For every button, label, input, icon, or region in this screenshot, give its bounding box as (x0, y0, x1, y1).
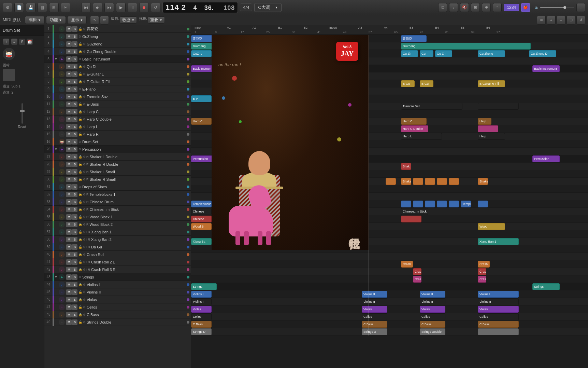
timeline-row[interactable]: Strings DStrings DStrings Double (191, 328, 588, 336)
solo-btn[interactable]: S (72, 109, 77, 114)
track-row[interactable]: 5 ▼ ▶ M S ⚙ Basic Instrument (44, 55, 191, 63)
fit-btn[interactable]: ⊡ (567, 16, 575, 25)
settings-icon[interactable]: ⚙ (83, 95, 86, 98)
timeline-row[interactable]: C.BassC.BassC.BassC.Bass (191, 321, 588, 328)
clip[interactable]: Harp C (401, 118, 427, 125)
clip[interactable]: Percussion (532, 155, 560, 162)
clip[interactable]: Strings D (362, 328, 387, 335)
waveform-btn[interactable]: ≋ (537, 16, 546, 25)
clip[interactable]: Tremolo Saz (401, 103, 462, 110)
settings-icon[interactable]: ⚙ (83, 238, 86, 241)
clip[interactable]: C.Bass (420, 321, 445, 328)
mute-btn[interactable]: M (66, 199, 72, 205)
key-display[interactable]: C大调 ▼ (254, 3, 282, 12)
solo-btn[interactable]: S (72, 169, 77, 175)
clip[interactable]: Harp L (401, 133, 442, 140)
timeline-row[interactable]: CellosCellosCellosCellos (191, 313, 588, 321)
settings-icon[interactable]: ⚙ (83, 125, 86, 128)
timeline-row[interactable] (191, 253, 588, 260)
clip[interactable] (425, 178, 435, 185)
clip[interactable]: Gu Zh (435, 50, 452, 57)
mute-btn[interactable]: M (66, 282, 72, 287)
add-track-btn[interactable]: + (3, 38, 10, 45)
apple-icon-btn[interactable]: 🍎 (521, 3, 530, 12)
s-btn[interactable]: S (19, 39, 25, 45)
new-button[interactable]: 📄 (14, 3, 24, 12)
timeline-row[interactable]: Violins IViolins IIViolins IIViolins I (191, 290, 588, 298)
mute-btn[interactable]: M (66, 184, 72, 190)
icon-btn-2[interactable]: ↓ (449, 3, 458, 12)
mute-btn[interactable]: M (66, 41, 72, 47)
clip[interactable]: Strings D (191, 328, 212, 335)
function-menu[interactable]: 功能 ▼ (46, 16, 66, 24)
solo-btn[interactable]: S (72, 259, 77, 265)
solo-btn[interactable]: S (72, 117, 77, 122)
solo-btn[interactable]: S (72, 282, 77, 287)
track-row[interactable]: 28 ♪ M S 🔒 ⚙ R Shaker R Double (44, 161, 191, 168)
track-row[interactable]: 47 ♪ M S 🔒 ⚙ Cellos (44, 303, 191, 311)
track-row[interactable]: 29 ♪ M S 🔒 ⚙ R Shaker L Small (44, 168, 191, 176)
solo-btn[interactable]: S (72, 79, 77, 84)
clip[interactable]: Templeblocks 1 (461, 201, 471, 207)
track-row[interactable]: 16 🥁 M S ⚙ Drum Set (44, 138, 191, 146)
solo-btn[interactable]: S (72, 147, 77, 152)
track-row[interactable]: 14 ♪ M S 🔒 ⚙ Harp L (44, 123, 191, 131)
mute-btn[interactable]: M (66, 207, 72, 212)
clip[interactable]: Violas (478, 306, 519, 313)
clip[interactable]: Wood B (191, 223, 212, 230)
clip[interactable]: Gu (420, 50, 433, 57)
settings-icon[interactable]: ⚙ (83, 178, 86, 181)
mute-btn[interactable]: M (66, 147, 72, 152)
solo-btn[interactable]: S (72, 244, 77, 250)
settings-button[interactable]: ⚙ (3, 3, 12, 12)
clip[interactable] (413, 201, 423, 207)
settings-icon[interactable]: ⚙ (83, 80, 86, 83)
settings-icon[interactable]: ⚙ (83, 193, 86, 196)
clip[interactable]: Violas (420, 306, 445, 313)
mute-btn[interactable]: M (66, 94, 72, 99)
timeline-row[interactable]: CrashCrashCrash Ro (191, 260, 588, 268)
mute-btn[interactable]: M (66, 274, 72, 280)
settings-icon[interactable]: ⚙ (83, 305, 86, 309)
pointer-tool[interactable]: ↖ (90, 16, 99, 25)
clip[interactable] (437, 178, 447, 185)
settings-icon[interactable]: ⚙ (83, 133, 86, 136)
solo-btn[interactable]: S (72, 86, 77, 92)
mute-btn[interactable]: M (66, 252, 72, 257)
mute-btn[interactable]: M (66, 154, 72, 160)
clip[interactable]: Harp (478, 133, 505, 140)
cpu-button[interactable]: ▦ (38, 3, 47, 12)
track-row[interactable]: 1 ♪ M S 🔒 ⚙ 青花瓷 (44, 25, 191, 33)
pencil-tool[interactable]: ✏ (100, 16, 109, 25)
clip[interactable]: Violins I (478, 291, 519, 298)
cal-btn[interactable]: 📅 (27, 39, 33, 45)
clip[interactable]: Cellos (478, 313, 519, 320)
clip[interactable] (437, 201, 447, 207)
clip[interactable]: Cellos (420, 313, 445, 320)
clip[interactable]: Cras (478, 268, 486, 275)
solo-btn[interactable]: S (72, 237, 77, 242)
clip[interactable] (401, 201, 411, 207)
mute-btn[interactable]: M (66, 132, 72, 137)
track-row[interactable]: 10 ♪ M S 🔒 ⚙ Tremolo Saz (44, 93, 191, 100)
clip[interactable]: C.Bass (478, 321, 519, 328)
clip[interactable]: Crash (401, 261, 413, 268)
clip[interactable]: Chinese...m Stick (401, 208, 428, 215)
clip[interactable]: E-Guitar R Fill (478, 80, 505, 87)
mute-btn[interactable]: M (66, 229, 72, 235)
solo-btn[interactable]: S (72, 297, 77, 302)
track-row[interactable]: 4 ♪ M S 🔒 ⚙ Gu Zheng Double (44, 48, 191, 55)
mute-btn[interactable]: M (66, 86, 72, 92)
clip[interactable]: E-Gu (401, 80, 415, 87)
mute-btn[interactable]: M (66, 259, 72, 265)
zoom-in-btn[interactable]: + (547, 16, 556, 25)
mute-btn[interactable]: M (66, 297, 72, 302)
clip[interactable]: Strings (191, 283, 217, 290)
mute-btn[interactable]: M (66, 71, 72, 77)
record-button[interactable]: ⏺ (139, 3, 149, 12)
timeline-row[interactable]: StringsStrings (191, 283, 588, 290)
settings-icon[interactable]: ⚙ (83, 253, 86, 256)
mute-btn[interactable]: M (66, 34, 72, 39)
track-row[interactable]: 42 ♪ M S 🔒 ⚙ IR Crash Roll 3 R (44, 266, 191, 273)
track-row[interactable]: 43 ▼ ▶ M S ⚙ Strings (44, 273, 191, 281)
